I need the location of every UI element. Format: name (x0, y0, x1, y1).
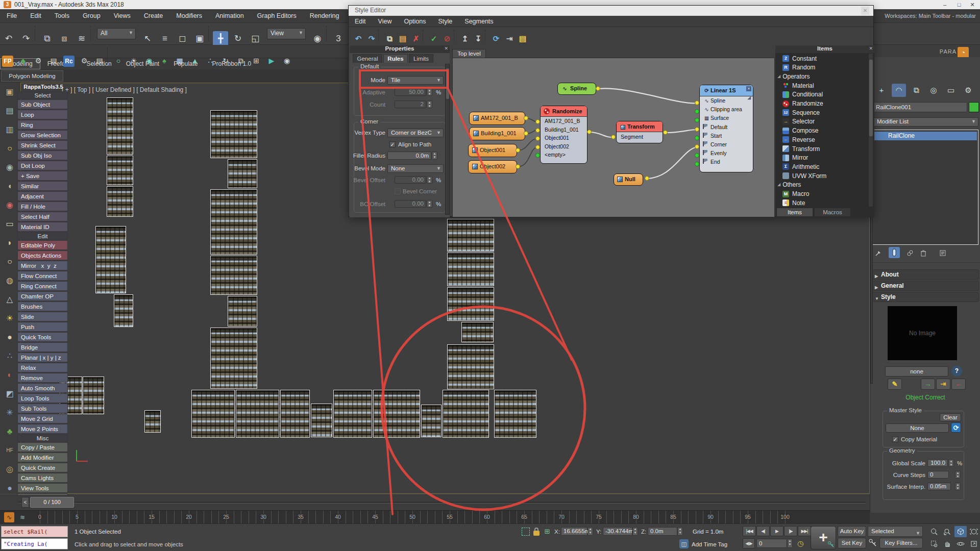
paste-icon[interactable]: ▤ (397, 33, 409, 45)
redo-icon[interactable]: ↷ (365, 33, 378, 45)
rollout-general[interactable]: ▶General (871, 281, 979, 291)
undo-icon[interactable]: ↶ (352, 33, 364, 45)
modifier-stack[interactable]: RailClone (872, 130, 978, 245)
select-by-name-icon[interactable]: ≡ (157, 31, 173, 46)
render-preview-icon[interactable]: ▣ (2, 85, 17, 99)
bind-spacewarp-icon[interactable]: ≋ (74, 31, 89, 46)
absolute-offset-toggle-icon[interactable]: ⊞ (543, 528, 551, 536)
lightbulb-icon[interactable]: ○ (2, 141, 17, 156)
se-menu-options[interactable]: Options (398, 16, 432, 25)
properties-tab-rules[interactable]: Rules (383, 54, 408, 63)
global-scale-spinner[interactable]: ▲▼ (948, 459, 954, 467)
prev-frame-button[interactable]: ◀| (756, 526, 770, 536)
relax-rock-icon[interactable]: ✳ (2, 406, 17, 420)
display-tab[interactable]: ▭ (944, 84, 958, 97)
rappatools-chamfer-op[interactable]: Chamfer OP (17, 291, 68, 301)
rappatools-fill-hole[interactable]: Fill / Hole (17, 202, 68, 211)
camera-icon[interactable]: ◉ (143, 55, 155, 66)
configure-modifier-sets-icon[interactable] (939, 249, 947, 257)
generator-input-port[interactable] (695, 127, 699, 132)
rc-button[interactable]: Rc (63, 56, 75, 67)
menu-group[interactable]: Group (76, 9, 107, 19)
rappatools-editable-poly[interactable]: Editable Poly (17, 240, 68, 250)
menu-file[interactable]: File (0, 9, 23, 19)
modify-tab[interactable]: ◠ (892, 84, 906, 97)
motion-tab[interactable]: ◎ (926, 84, 941, 97)
items-close-icon[interactable]: ✕ (869, 46, 873, 51)
item-constant[interactable]: 2Constant (782, 54, 873, 63)
node-object001[interactable]: Object001 (468, 144, 517, 157)
rappatools-loop[interactable]: Loop (17, 110, 68, 119)
rappatools-similar[interactable]: Similar (17, 181, 68, 191)
time-slider-track[interactable] (18, 502, 866, 504)
rappatools-move-2-grid[interactable]: Move 2 Grid (17, 414, 68, 423)
generator-input-port[interactable] (695, 101, 699, 105)
list-panel-icon[interactable]: ▤ (2, 104, 17, 118)
dome-icon[interactable]: ◖ (2, 179, 17, 193)
window-crossing-icon[interactable]: ▣ (192, 31, 207, 46)
rappatools-ring-connect[interactable]: Ring Connect (17, 281, 68, 291)
randomize-input-port[interactable] (535, 145, 540, 149)
key-icon[interactable] (868, 538, 878, 548)
export-icon[interactable]: ⇥ (503, 33, 516, 45)
trees-icon[interactable]: ♠ (159, 55, 170, 66)
se-menu-segments[interactable]: Segments (458, 16, 499, 25)
z-coordinate-field[interactable]: 0.0m (648, 527, 677, 536)
fillet-radius-field[interactable]: 0.0m (387, 152, 431, 160)
master-style-none-button[interactable]: None (886, 423, 949, 433)
y-coordinate-field[interactable]: -30.4744m (603, 527, 632, 536)
next-frame-button[interactable]: |▶ (784, 526, 797, 536)
unlink-icon[interactable]: ⧈ (57, 31, 72, 46)
spline-output-port[interactable] (596, 86, 600, 91)
bevel-offset-spinner[interactable]: ▲▼ (427, 176, 432, 184)
count-spinner[interactable]: ▲▼ (427, 101, 432, 108)
rappatools-brushes[interactable]: Brushes (17, 302, 68, 311)
play-button[interactable]: ▶ (770, 526, 783, 536)
play-icon[interactable]: ▶ (266, 55, 277, 66)
style-editor-close-icon[interactable]: ✕ (861, 7, 869, 15)
object-color-swatch[interactable] (969, 102, 979, 112)
object-name-field[interactable]: RailClone001 (873, 102, 967, 112)
zoom-extents-all-icon[interactable] (968, 526, 980, 537)
isolate-selection-icon[interactable] (522, 528, 530, 536)
se-menu-style[interactable]: Style (432, 16, 459, 25)
mini-curve-editor-icon[interactable]: ∿ (4, 512, 14, 522)
item-transform[interactable]: Transform (782, 144, 873, 153)
zoom-region-icon[interactable] (928, 538, 940, 549)
cone-icon[interactable]: △ (2, 292, 17, 307)
arrow-in-icon[interactable]: → (921, 379, 935, 390)
list2-icon[interactable]: ▤ (94, 55, 105, 66)
node-transform[interactable]: Transform Segment (616, 121, 663, 143)
adaptive-spinner[interactable]: ▲▼ (427, 88, 432, 96)
tab-top-level[interactable]: Top level (452, 49, 486, 58)
adaptive-field[interactable]: 50.00 (395, 88, 426, 96)
items-panel-tab-macros[interactable]: Macros (814, 208, 851, 217)
generator-input-port[interactable] (695, 136, 699, 140)
rappatools-select-half[interactable]: Select Half (17, 212, 68, 221)
rappatools-quick-tools[interactable]: Quick Tools (17, 332, 68, 342)
transfer-icon[interactable]: ⊞ (251, 55, 262, 66)
y-spinner[interactable]: ▲▼ (632, 527, 638, 536)
tab-polygon-modeling[interactable]: Polygon Modeling (1, 70, 63, 82)
surface-interp-field[interactable]: 0.05m (927, 483, 951, 490)
curve-steps-field[interactable]: 0 (927, 471, 949, 479)
light-icon[interactable]: ○ (113, 55, 124, 66)
rappatools-planar-x-y-z[interactable]: Planar | x | y | z (17, 353, 68, 362)
forest-icon[interactable]: ♣ (17, 55, 29, 66)
populate-icon[interactable]: ∴ (205, 55, 216, 66)
menu-views[interactable]: Views (107, 9, 137, 19)
circle-arrows-icon[interactable]: ↻ (220, 55, 231, 66)
item-selector[interactable]: →Selector (782, 117, 873, 126)
arrow-merge-icon[interactable]: ⇥ (936, 379, 950, 390)
node-building1_001[interactable]: Building1_001 (469, 127, 525, 140)
rappatools-flow-connect[interactable]: Flow Connect (17, 271, 68, 281)
create-tab[interactable]: + (874, 84, 889, 97)
red-camera-icon[interactable]: ◉ (2, 198, 17, 212)
hair-fur-icon[interactable]: HF (2, 443, 17, 458)
rappatools-materials[interactable]: Materials (17, 493, 68, 495)
rappatools-shrink-select[interactable]: Shrink Select (17, 140, 68, 150)
properties-tab-general[interactable]: General (353, 54, 382, 63)
grass-icon[interactable]: ♣ (2, 424, 17, 439)
rappatools-ring[interactable]: Ring (17, 120, 68, 130)
minimize-button[interactable]: – (938, 1, 951, 9)
